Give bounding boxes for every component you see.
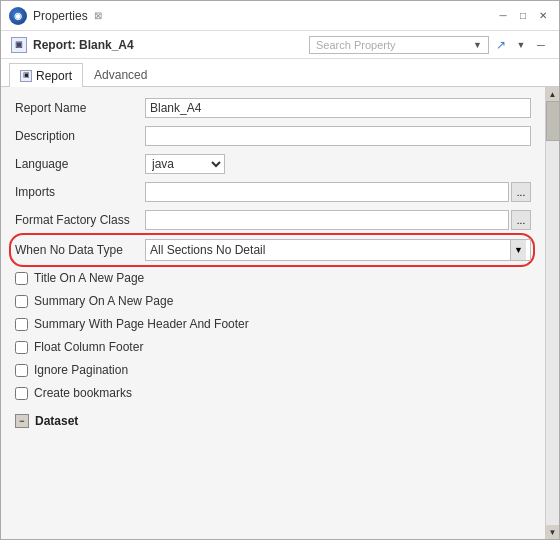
scroll-up-arrow[interactable]: ▲ [546, 87, 560, 101]
search-dropdown-arrow[interactable]: ▼ [473, 40, 482, 50]
title-bar-left: ◉ Properties ⊠ [9, 7, 102, 25]
tab-advanced[interactable]: Advanced [83, 62, 158, 86]
report-icon: ▣ [11, 37, 27, 53]
language-row: Language java groovy javascript [15, 153, 531, 175]
scrollbar-track[interactable] [546, 101, 560, 525]
description-input[interactable] [145, 126, 531, 146]
tabs-bar: ▣ Report Advanced [1, 59, 559, 87]
when-no-data-row: When No Data Type All Sections No Detail… [15, 237, 531, 263]
summary-new-page-label: Summary On A New Page [34, 294, 173, 308]
main-content: Report Name Description Language java gr… [1, 87, 545, 539]
report-name-label: Report Name [15, 101, 145, 115]
format-factory-label: Format Factory Class [15, 213, 145, 227]
search-placeholder: Search Property [316, 39, 395, 51]
language-select[interactable]: java groovy javascript [145, 154, 225, 174]
checkboxes-section: Title On A New Page Summary On A New Pag… [15, 269, 531, 402]
title-new-page-label: Title On A New Page [34, 271, 144, 285]
when-no-data-arrow[interactable]: ▼ [510, 240, 526, 260]
tab-report[interactable]: ▣ Report [9, 63, 83, 87]
checkbox-title-new-page: Title On A New Page [15, 269, 531, 287]
checkbox-create-bookmarks: Create bookmarks [15, 384, 531, 402]
scroll-down-arrow[interactable]: ▼ [546, 525, 560, 539]
format-factory-input[interactable] [145, 210, 509, 230]
format-factory-browse-button[interactable]: ... [511, 210, 531, 230]
dataset-section-header: − Dataset [15, 410, 531, 428]
export-icon[interactable]: ↗ [493, 37, 509, 53]
checkbox-summary-page-header: Summary With Page Header And Footer [15, 315, 531, 333]
minimize-button[interactable]: ─ [495, 8, 511, 24]
description-row: Description [15, 125, 531, 147]
scrollbar-thumb[interactable] [546, 101, 560, 141]
main-window: ◉ Properties ⊠ ─ □ ✕ ▣ Report: Blank_A4 … [0, 0, 560, 540]
tab-report-label: Report [36, 69, 72, 83]
close-button[interactable]: ✕ [535, 8, 551, 24]
vertical-scrollbar: ▲ ▼ [545, 87, 559, 539]
summary-page-header-checkbox[interactable] [15, 318, 28, 331]
title-new-page-checkbox[interactable] [15, 272, 28, 285]
ignore-pagination-label: Ignore Pagination [34, 363, 128, 377]
report-title-group: ▣ Report: Blank_A4 [11, 37, 134, 53]
panel-header-right: Search Property ▼ ↗ ▼ ─ [309, 36, 549, 54]
panel-tab-badge: ⊠ [94, 10, 102, 21]
float-column-footer-checkbox[interactable] [15, 341, 28, 354]
title-bar-controls: ─ □ ✕ [495, 8, 551, 24]
content-area: Report Name Description Language java gr… [1, 87, 559, 539]
tab-report-icon: ▣ [20, 70, 32, 82]
format-factory-input-group: ... [145, 210, 531, 230]
summary-new-page-checkbox[interactable] [15, 295, 28, 308]
create-bookmarks-checkbox[interactable] [15, 387, 28, 400]
float-column-footer-label: Float Column Footer [34, 340, 143, 354]
search-property-input[interactable]: Search Property ▼ [309, 36, 489, 54]
title-bar: ◉ Properties ⊠ ─ □ ✕ [1, 1, 559, 31]
format-factory-row: Format Factory Class ... [15, 209, 531, 231]
checkbox-ignore-pagination: Ignore Pagination [15, 361, 531, 379]
language-label: Language [15, 157, 145, 171]
imports-browse-button[interactable]: ... [511, 182, 531, 202]
app-icon: ◉ [9, 7, 27, 25]
report-title-text: Report: Blank_A4 [33, 38, 134, 52]
report-header: ▣ Report: Blank_A4 Search Property ▼ ↗ ▼… [1, 31, 559, 59]
create-bookmarks-label: Create bookmarks [34, 386, 132, 400]
imports-row: Imports ... [15, 181, 531, 203]
when-no-data-value: All Sections No Detail [150, 243, 265, 257]
maximize-button[interactable]: □ [515, 8, 531, 24]
when-no-data-label: When No Data Type [15, 243, 145, 257]
minimize-panel-icon[interactable]: ─ [533, 37, 549, 53]
tab-advanced-label: Advanced [94, 68, 147, 82]
dataset-toggle[interactable]: − [15, 414, 29, 428]
ignore-pagination-checkbox[interactable] [15, 364, 28, 377]
imports-input-group: ... [145, 182, 531, 202]
menu-arrow-icon[interactable]: ▼ [513, 37, 529, 53]
dataset-section-title: Dataset [35, 414, 78, 428]
imports-label: Imports [15, 185, 145, 199]
report-name-input[interactable] [145, 98, 531, 118]
report-name-row: Report Name [15, 97, 531, 119]
summary-page-header-label: Summary With Page Header And Footer [34, 317, 249, 331]
checkbox-summary-new-page: Summary On A New Page [15, 292, 531, 310]
panel-title-text: Properties [33, 9, 88, 23]
when-no-data-dropdown[interactable]: All Sections No Detail ▼ [145, 239, 531, 261]
description-label: Description [15, 129, 145, 143]
imports-input[interactable] [145, 182, 509, 202]
checkbox-float-column-footer: Float Column Footer [15, 338, 531, 356]
